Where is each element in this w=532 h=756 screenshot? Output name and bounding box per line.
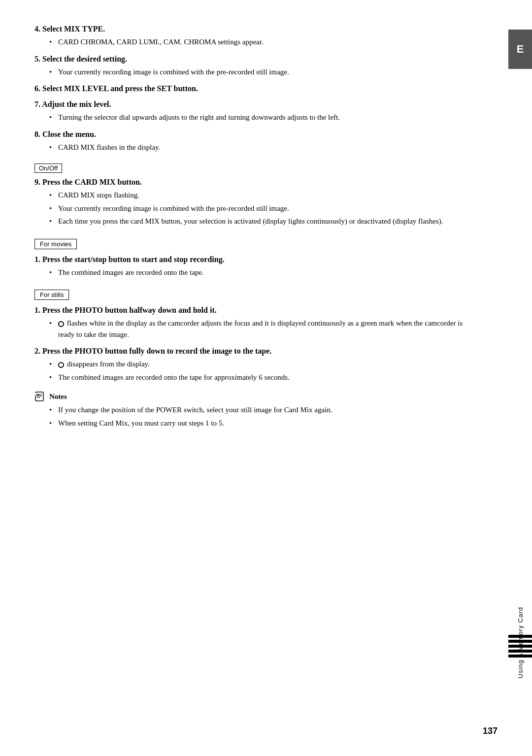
stills-step-1-title: Press the PHOTO button halfway down and … xyxy=(42,306,217,314)
for-stills-badge-container: For stills xyxy=(34,285,479,306)
step-9: 9. Press the CARD MIX button. CARD MIX s… xyxy=(34,178,479,227)
vertical-text-container: Using a Memory Card xyxy=(508,569,532,717)
stills-step-2-bullet-1: disappears from the display. xyxy=(49,359,479,370)
stills-step-2-bullet-2: The combined images are recorded onto th… xyxy=(49,372,479,383)
notes-label: Notes xyxy=(49,393,67,401)
stills-step-1-bullets: flashes white in the display as the camc… xyxy=(49,318,479,340)
step-5-bullets: Your currently recording image is combin… xyxy=(49,66,479,78)
circle-icon-2 xyxy=(58,362,64,368)
step-4-number: 4. xyxy=(34,25,40,33)
step-9-bullet-1: CARD MIX stops flashing. xyxy=(49,190,479,201)
step-6: 6. Select MIX LEVEL and press the SET bu… xyxy=(34,84,479,93)
step-5-number: 5. xyxy=(34,55,40,63)
stills-step-2-number: 2. xyxy=(34,347,40,355)
step-9-bullets: CARD MIX stops flashing. Your currently … xyxy=(49,190,479,227)
for-movies-badge-container: For movies xyxy=(34,234,479,255)
notes-bullet-2: When setting Card Mix, you must carry ou… xyxy=(49,418,479,429)
step-5-bullet-1: Your currently recording image is combin… xyxy=(49,66,479,78)
notes-section: m Notes If you change the position of th… xyxy=(34,392,479,428)
page-container: E Using a Memory Card 4. Select MIX TYPE… xyxy=(0,0,532,756)
step-4-bullets: CARD CHROMA, CARD LUMI., CAM. CHROMA set… xyxy=(49,36,479,48)
stills-step-2-heading: 2. Press the PHOTO button fully down to … xyxy=(34,347,479,356)
step-9-bullet-2: Your currently recording image is combin… xyxy=(49,203,479,214)
onoff-badge: On/Off xyxy=(34,164,62,173)
notes-bullets: If you change the position of the POWER … xyxy=(49,404,479,428)
stills-step-1-bullet-1: flashes white in the display as the camc… xyxy=(49,318,479,340)
notes-icon: m xyxy=(34,392,44,401)
stills-step-2: 2. Press the PHOTO button fully down to … xyxy=(34,347,479,383)
vertical-label: Using a Memory Card xyxy=(517,607,524,678)
step-7-bullet-1: Turning the selector dial upwards adjust… xyxy=(49,112,479,123)
step-9-bullet-3: Each time you press the card MIX button,… xyxy=(49,216,479,227)
stills-step-2-title: Press the PHOTO button fully down to rec… xyxy=(42,347,271,355)
stills-step-1: 1. Press the PHOTO button halfway down a… xyxy=(34,306,479,340)
movies-step-1-bullet-1: The combined images are recorded onto th… xyxy=(49,267,479,278)
step-6-number: 6. xyxy=(34,84,40,93)
circle-icon-1 xyxy=(58,321,64,327)
step-6-heading: 6. Select MIX LEVEL and press the SET bu… xyxy=(34,84,479,93)
for-movies-badge: For movies xyxy=(34,239,77,249)
movies-step-1-number: 1. xyxy=(34,255,40,263)
step-7-number: 7. xyxy=(34,100,40,108)
step-8-bullet-1: CARD MIX flashes in the display. xyxy=(49,142,479,153)
step-7-heading: 7. Adjust the mix level. xyxy=(34,100,479,109)
step-8: 8. Close the menu. CARD MIX flashes in t… xyxy=(34,130,479,153)
tab-letter: E xyxy=(508,30,532,69)
svg-text:m: m xyxy=(36,393,39,396)
page-number: 137 xyxy=(483,726,498,736)
step-8-heading: 8. Close the menu. xyxy=(34,130,479,139)
main-content: 4. Select MIX TYPE. CARD CHROMA, CARD LU… xyxy=(0,0,508,756)
stills-step-2-bullets: disappears from the display. The combine… xyxy=(49,359,479,383)
step-7-title: Adjust the mix level. xyxy=(42,100,111,108)
notes-bullet-1: If you change the position of the POWER … xyxy=(49,404,479,416)
for-stills-badge: For stills xyxy=(34,290,69,300)
step-4: 4. Select MIX TYPE. CARD CHROMA, CARD LU… xyxy=(34,25,479,48)
step-9-title: Press the CARD MIX button. xyxy=(42,178,142,186)
movies-step-1-title: Press the start/stop button to start and… xyxy=(42,255,225,263)
movies-step-1-bullets: The combined images are recorded onto th… xyxy=(49,267,479,278)
step-5-title: Select the desired setting. xyxy=(42,55,127,63)
step-5-heading: 5. Select the desired setting. xyxy=(34,55,479,64)
step-9-heading: 9. Press the CARD MIX button. xyxy=(34,178,479,187)
stills-step-1-heading: 1. Press the PHOTO button halfway down a… xyxy=(34,306,479,315)
notes-heading: m Notes xyxy=(34,392,479,401)
step-4-title: Select MIX TYPE. xyxy=(42,25,105,33)
step-5: 5. Select the desired setting. Your curr… xyxy=(34,55,479,78)
step-9-number: 9. xyxy=(34,178,40,186)
step-4-bullet-1: CARD CHROMA, CARD LUMI., CAM. CHROMA set… xyxy=(49,36,479,48)
movies-step-1-heading: 1. Press the start/stop button to start … xyxy=(34,255,479,264)
step-7-bullets: Turning the selector dial upwards adjust… xyxy=(49,112,479,123)
movies-step-1: 1. Press the start/stop button to start … xyxy=(34,255,479,278)
step-6-title: Select MIX LEVEL and press the SET butto… xyxy=(42,84,198,93)
step-4-heading: 4. Select MIX TYPE. xyxy=(34,25,479,33)
step-8-number: 8. xyxy=(34,130,40,138)
stills-step-1-number: 1. xyxy=(34,306,40,314)
step-8-title: Close the menu. xyxy=(42,130,96,138)
onoff-badge-container: On/Off xyxy=(34,160,479,178)
step-8-bullets: CARD MIX flashes in the display. xyxy=(49,142,479,153)
step-7: 7. Adjust the mix level. Turning the sel… xyxy=(34,100,479,123)
